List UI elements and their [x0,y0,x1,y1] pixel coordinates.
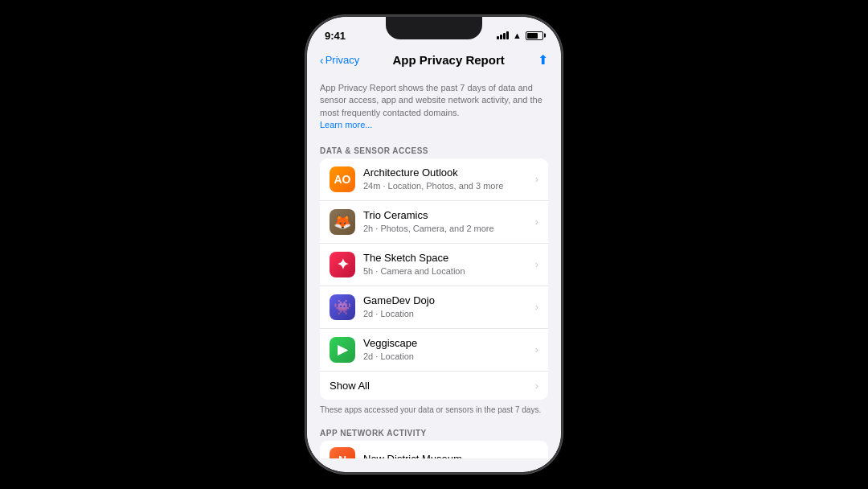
phone-frame: 9:41 ▲ ‹ Privacy App Privacy Report [305,15,563,474]
list-item[interactable]: 👾 GameDev Dojo 2d · Location › [320,286,548,329]
signal-icon [497,31,509,39]
back-label: Privacy [326,54,360,66]
description-text: App Privacy Report shows the past 7 days… [320,83,542,117]
app-name: Trio Ceramics [363,209,532,223]
app-name: New District Museum [363,453,532,458]
status-time: 9:41 [325,30,346,42]
wifi-icon: ▲ [513,31,522,40]
app-icon-gamedev-dojo: 👾 [330,294,355,320]
phone-screen: 9:41 ▲ ‹ Privacy App Privacy Report [307,17,561,472]
network-list-item[interactable]: N New District Museum › 46 [320,441,548,458]
learn-more-link[interactable]: Learn more... [320,120,372,129]
show-all-button[interactable]: Show All › [320,372,548,400]
chevron-right-icon: › [535,216,538,228]
chevron-right-icon: › [535,343,538,355]
list-item[interactable]: AO Architecture Outlook 24m · Location, … [320,158,548,201]
data-sensor-footer: These apps accessed your data or sensors… [307,400,561,424]
show-all-label: Show All [330,380,370,392]
chevron-right-icon: › [535,258,538,270]
back-button[interactable]: ‹ Privacy [320,54,359,67]
network-activity-header: APP NETWORK ACTIVITY [307,424,561,441]
app-name: Architecture Outlook [363,166,532,180]
battery-icon [526,31,543,40]
item-info-veggiscape: Veggiscape 2d · Location [363,337,532,362]
chevron-right-icon: › [535,173,538,185]
chevron-right-icon: › [535,380,538,392]
app-name: GameDev Dojo [363,294,532,308]
list-item[interactable]: 🦊 Trio Ceramics 2h · Photos, Camera, and… [320,201,548,244]
item-info-gamedev-dojo: GameDev Dojo 2d · Location [363,294,532,319]
description-block: App Privacy Report shows the past 7 days… [307,74,561,142]
nav-bar: ‹ Privacy App Privacy Report ⬆ [307,49,561,74]
app-detail: 2d · Location [363,351,532,362]
app-name: Veggiscape [363,337,532,351]
item-info-trio-ceramics: Trio Ceramics 2h · Photos, Camera, and 2… [363,209,532,234]
app-icon-new-district-museum: N [330,447,355,458]
app-icon-veggiscape: ▶ [330,337,355,363]
list-item[interactable]: ✦ The Sketch Space 5h · Camera and Locat… [320,244,548,286]
list-item[interactable]: ▶ Veggiscape 2d · Location › [320,329,548,372]
app-detail: 2d · Location [363,308,532,319]
page-title: App Privacy Report [393,53,505,67]
app-detail: 2h · Photos, Camera, and 2 more [363,223,532,234]
share-button[interactable]: ⬆ [538,52,548,68]
app-detail: 24m · Location, Photos, and 3 more [363,180,532,191]
item-info-architecture-outlook: Architecture Outlook 24m · Location, Pho… [363,166,532,191]
app-name: The Sketch Space [363,252,532,265]
chevron-right-icon: › [535,454,538,458]
app-icon-sketch-space: ✦ [330,252,355,277]
network-activity-list: N New District Museum › 46 [320,441,548,458]
network-item-top: N New District Museum › [330,447,538,458]
app-icon-architecture-outlook: AO [330,166,355,192]
scroll-content[interactable]: App Privacy Report shows the past 7 days… [307,74,561,458]
notch [386,17,482,39]
item-info-sketch-space: The Sketch Space 5h · Camera and Locatio… [363,252,532,277]
app-detail: 5h · Camera and Location [363,265,532,277]
status-icons: ▲ [497,31,543,40]
item-info-new-district-museum: New District Museum [363,453,532,458]
chevron-left-icon: ‹ [320,54,324,67]
chevron-right-icon: › [535,301,538,313]
data-sensor-header: DATA & SENSOR ACCESS [307,142,561,158]
app-icon-trio-ceramics: 🦊 [330,209,355,235]
data-sensor-list: AO Architecture Outlook 24m · Location, … [320,158,548,400]
